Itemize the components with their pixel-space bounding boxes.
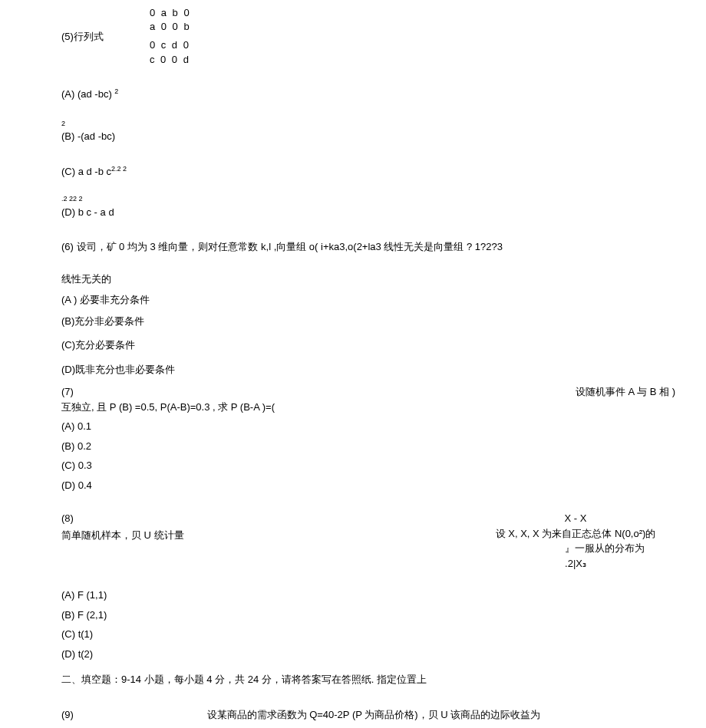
q8-block: (8) 简单随机样本，贝 U 统计量 X - X 设 X, X, X 为来自正态… bbox=[61, 511, 706, 571]
q6-text: (6) 设司，矿 0 均为 3 维向量，则对任意常数 k,l ,向量组 o( i… bbox=[61, 239, 706, 255]
q9-block: (9) 设某商品的需求函数为 Q=40-2P (P 为商品价格)，贝 U 该商品… bbox=[61, 707, 706, 723]
q7-number: (7) bbox=[61, 384, 74, 400]
q6-sub: 线性无关的 bbox=[61, 272, 706, 287]
section-2-heading: 二、填空题：9-14 小题，每小题 4 分，共 24 分，请将答案写在答照纸. … bbox=[61, 672, 706, 687]
q7-option-c: (C) 0.3 bbox=[61, 458, 706, 473]
q8-right-text-2: 』一服从的分布为 bbox=[460, 541, 691, 556]
q8-option-b: (B) F (2,1) bbox=[61, 608, 706, 623]
option-text: (A) (ad -bc) bbox=[61, 88, 114, 100]
q8-formula-2: .2|X₃ bbox=[460, 556, 691, 572]
q6-option-d: (D)既非充分也非必要条件 bbox=[61, 362, 706, 377]
q5-option-a: (A) (ad -bc) 2 bbox=[61, 87, 706, 102]
q8-left-text: 简单随机样本，贝 U 统计量 bbox=[61, 528, 460, 543]
option-text: (C) a d -b c bbox=[61, 166, 111, 177]
q6-option-c: (C)充分必要条件 bbox=[61, 338, 706, 353]
q6-option-a: (A ) 必要非充分条件 bbox=[61, 292, 706, 308]
q5-option-d: (D) b c - a d bbox=[61, 205, 706, 220]
superscript: 2 bbox=[114, 87, 118, 95]
superscript: 2.2 2 bbox=[111, 165, 127, 173]
q8-number: (8) bbox=[61, 511, 460, 526]
q8-option-a: (A) F (1,1) bbox=[61, 588, 706, 603]
matrix-row: a 0 0 b bbox=[150, 20, 191, 34]
matrix-row: 0 c d 0 bbox=[150, 38, 191, 52]
q7-option-d: (D) 0.4 bbox=[61, 478, 706, 493]
q8-option-d: (D) t(2) bbox=[61, 647, 706, 662]
q7-line2: 互独立, 且 P (B) =0.5, P(A-B)=0.3 , 求 P (B-A… bbox=[61, 400, 706, 415]
superscript: 2 bbox=[61, 119, 706, 130]
q7-option-b: (B) 0.2 bbox=[61, 439, 706, 454]
q7-right-text: 设随机事件 A 与 B 相 ) bbox=[576, 384, 675, 400]
q9-number: (9) bbox=[61, 709, 74, 720]
q9-text: 设某商品的需求函数为 Q=40-2P (P 为商品价格)，贝 U 该商品的边际收… bbox=[207, 709, 541, 720]
q6-option-b: (B)充分非必要条件 bbox=[61, 314, 706, 329]
matrix-row: 0 a b 0 bbox=[150, 6, 191, 20]
q5-matrix: 0 a b 0 a 0 0 b 0 c d 0 c 0 0 d bbox=[150, 6, 191, 67]
matrix-row: c 0 0 d bbox=[150, 53, 191, 67]
q5-option-b: (B) -(ad -bc) bbox=[61, 129, 706, 144]
superscript: .2 22 2 bbox=[61, 194, 706, 205]
q5-option-c: (C) a d -b c2.2 2 bbox=[61, 164, 706, 180]
q8-right-text-1: 设 X, X, X 为来自正态总体 N(0,o²)的 bbox=[460, 526, 691, 542]
q7-option-a: (A) 0.1 bbox=[61, 419, 706, 434]
q8-option-c: (C) t(1) bbox=[61, 627, 706, 642]
q8-formula-1: X - X bbox=[460, 511, 691, 526]
q5-label: (5)行列式 bbox=[61, 29, 104, 44]
q7-header: (7) 设随机事件 A 与 B 相 ) bbox=[61, 384, 706, 400]
